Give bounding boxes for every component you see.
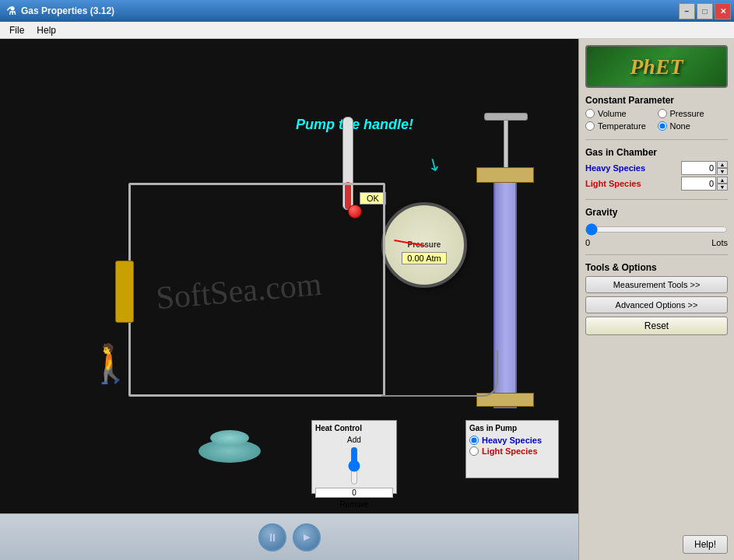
gravity-min-label: 0 (585, 238, 590, 247)
simulation-area: Pump the handle! ↘ OK Pressure 0.00 Atm … (0, 39, 578, 560)
main-layout: Pump the handle! ↘ OK Pressure 0.00 Atm … (0, 39, 734, 560)
advanced-options-button[interactable]: Advanced Options >> (585, 296, 728, 313)
gas-pump-light-radio[interactable] (469, 446, 479, 456)
light-species-row: Light Species ▲ ▼ (585, 177, 728, 191)
pump-tube (381, 350, 498, 397)
heat-add-label: Add (315, 436, 393, 444)
gas-pump-title: Gas in Pump (469, 424, 555, 432)
help-button[interactable]: Help! (683, 535, 728, 554)
tools-section: Tools & Options Measurement Tools >> Adv… (585, 262, 728, 335)
menu-help[interactable]: Help (30, 23, 62, 37)
light-species-down[interactable]: ▼ (717, 184, 728, 191)
phet-logo-text: PhET (630, 54, 683, 79)
divider-1 (585, 139, 728, 140)
gas-pump-heavy-row: Heavy Species (469, 436, 555, 445)
heavy-species-input[interactable] (681, 161, 716, 175)
pump-top-cap (476, 167, 534, 183)
gravity-section: Gravity 0 Lots (585, 207, 728, 247)
phet-logo: PhET (585, 45, 728, 88)
close-button[interactable]: ✕ (715, 3, 731, 19)
pump-instruction: Pump the handle! (296, 117, 413, 133)
volume-radio[interactable] (585, 109, 595, 118)
window-title: Gas Properties (3.12) (21, 5, 114, 16)
gas-in-chamber-section: Gas in Chamber Heavy Species ▲ ▼ Light S… (585, 147, 728, 192)
light-species-spinner: ▲ ▼ (681, 177, 728, 191)
none-label: None (670, 121, 690, 131)
gas-pump-heavy-radio[interactable] (469, 436, 479, 445)
menu-bar: File Help (0, 22, 734, 39)
heat-slider-area: Add 0 Remove (315, 436, 393, 509)
constant-parameter-section: Constant Parameter Volume Pressure Tempe… (585, 95, 728, 132)
pressure-radio-row: Pressure (658, 109, 729, 118)
gravity-slider[interactable] (585, 223, 728, 236)
light-species-spinbtns: ▲ ▼ (717, 177, 728, 191)
constant-parameter-label: Constant Parameter (585, 95, 728, 106)
pressure-gauge: Pressure 0.00 Atm (381, 202, 467, 288)
heat-control-box: Heat Control Add 0 Remove (311, 420, 397, 494)
stickman: 🚶 (87, 342, 134, 386)
none-radio-row: None (658, 121, 729, 131)
chamber-box (128, 183, 385, 397)
light-species-input[interactable] (681, 177, 716, 191)
heavy-species-label: Heavy Species (585, 163, 645, 173)
gas-pump-heavy-label: Heavy Species (482, 436, 542, 445)
gravity-label: Gravity (585, 207, 728, 218)
bottom-bar: ⏸ ▶ (0, 513, 578, 560)
gas-chamber-label: Gas in Chamber (585, 147, 728, 158)
divider-2 (585, 199, 728, 200)
heat-value-display: 0 (315, 488, 393, 498)
constant-parameter-grid: Volume Pressure Temperature None (585, 109, 728, 132)
heavy-species-row: Heavy Species ▲ ▼ (585, 161, 728, 175)
menu-file[interactable]: File (3, 23, 30, 37)
heavy-species-spinbtns: ▲ ▼ (717, 161, 728, 175)
heavy-species-up[interactable]: ▲ (717, 161, 728, 168)
gas-pump-light-row: Light Species (469, 446, 555, 456)
heat-pad-top (210, 430, 249, 446)
heat-control-title: Heat Control (315, 424, 393, 432)
reset-button[interactable]: Reset (585, 317, 728, 335)
heat-slider[interactable] (319, 446, 389, 485)
step-button[interactable]: ▶ (293, 523, 321, 551)
heat-pad (198, 424, 261, 463)
gravity-range-labels: 0 Lots (585, 238, 728, 247)
title-bar: ⚗ Gas Properties (3.12) − □ ✕ (0, 0, 734, 22)
maximize-button[interactable]: □ (697, 3, 713, 19)
window-controls: − □ ✕ (679, 3, 731, 19)
divider-3 (585, 254, 728, 255)
pump-arrow-icon: ↘ (423, 152, 445, 177)
minimize-button[interactable]: − (679, 3, 695, 19)
pause-button[interactable]: ⏸ (258, 523, 286, 551)
gas-pump-light-label: Light Species (482, 446, 538, 456)
gravity-max-label: Lots (711, 238, 728, 247)
light-species-label: Light Species (585, 179, 641, 188)
tools-label: Tools & Options (585, 262, 728, 273)
wall-handle[interactable] (115, 261, 134, 323)
volume-label: Volume (598, 109, 627, 118)
none-radio[interactable] (658, 121, 667, 131)
heavy-species-spinner: ▲ ▼ (681, 161, 728, 175)
heavy-species-down[interactable]: ▼ (717, 168, 728, 175)
temperature-radio-row: Temperature (585, 121, 656, 131)
gauge-value: 0.00 Atm (402, 252, 446, 264)
heat-remove-label: Remove (315, 500, 393, 509)
pump-handle[interactable] (484, 113, 528, 121)
pressure-label: Pressure (670, 109, 704, 118)
measurement-tools-button[interactable]: Measurement Tools >> (585, 276, 728, 293)
light-species-up[interactable]: ▲ (717, 177, 728, 184)
volume-radio-row: Volume (585, 109, 656, 118)
gas-in-pump-box: Gas in Pump Heavy Species Light Species (465, 420, 559, 478)
window-icon: ⚗ (6, 5, 16, 17)
temperature-radio[interactable] (585, 121, 595, 131)
pressure-radio[interactable] (658, 109, 667, 118)
right-panel: PhET Constant Parameter Volume Pressure … (578, 39, 734, 560)
temperature-label: Temperature (598, 121, 646, 131)
